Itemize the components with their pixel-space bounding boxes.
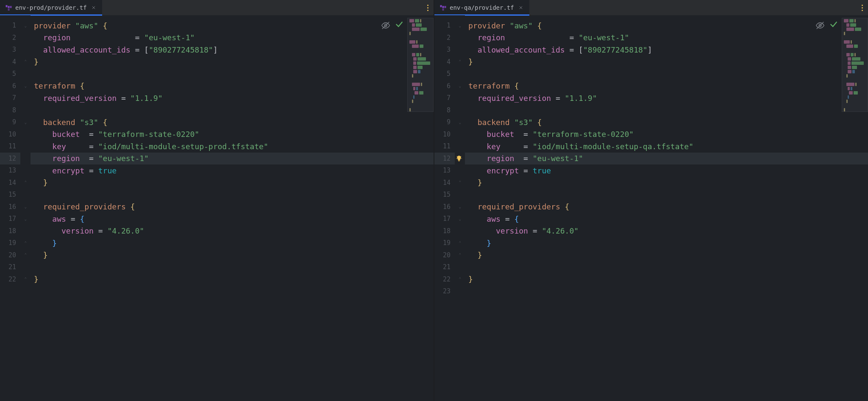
token-kw: terraform [34, 81, 80, 90]
line-number: 21 [434, 261, 455, 273]
code-line[interactable] [465, 189, 868, 201]
code-line[interactable] [31, 104, 434, 117]
code-line[interactable] [465, 261, 868, 273]
code-line[interactable] [465, 68, 868, 80]
code-line[interactable]: allowed_account_ids = ["890277245818"] [31, 44, 434, 56]
reader-mode-icon[interactable] [815, 21, 825, 30]
fold-marker[interactable]: ⌄ [455, 116, 465, 128]
tab-env-prod-provider[interactable]: env-prod/provider.tf [0, 0, 102, 15]
code-line[interactable]: bucket = "terraform-state-0220" [31, 128, 434, 141]
tab-env-qa-provider[interactable]: env-qa/provider.tf [434, 0, 529, 15]
code-line[interactable]: terraform { [465, 80, 868, 92]
line-number: 9 [0, 116, 20, 128]
fold-marker[interactable]: ⌃ [20, 237, 31, 249]
code-area[interactable]: provider "aws" { region = "eu-west-1" al… [31, 15, 434, 401]
code-line[interactable]: } [31, 237, 434, 249]
fold-marker[interactable]: ⌃ [20, 177, 31, 189]
code-editor-right[interactable]: 1234567891011121314151617181920212223 ⌄⌃… [434, 15, 868, 401]
code-line[interactable]: version = "4.26.0" [31, 225, 434, 237]
token-kw: provider [468, 21, 510, 30]
line-number: 2 [0, 32, 20, 44]
fold-marker[interactable]: ⌃ [20, 273, 31, 286]
code-line[interactable]: key = "iod/multi-module-setup-qa.tfstate… [465, 140, 868, 153]
code-line[interactable]: required_version = "1.1.9" [31, 92, 434, 104]
token-br-y: { [537, 118, 542, 127]
reader-mode-icon[interactable] [381, 21, 390, 30]
analysis-ok-icon[interactable] [395, 19, 404, 31]
svg-rect-8 [445, 6, 446, 8]
fold-marker[interactable]: ⌃ [20, 249, 31, 262]
fold-marker [455, 128, 465, 141]
code-line[interactable]: required_version = "1.1.9" [465, 92, 868, 104]
token-attr: key [52, 142, 89, 151]
code-line[interactable]: region = "eu-west-1" [465, 153, 868, 165]
code-line[interactable]: } [31, 273, 434, 286]
minimap[interactable] [842, 18, 868, 112]
fold-marker[interactable]: ⌃ [455, 177, 465, 189]
code-line[interactable]: bucket = "terraform-state-0220" [465, 128, 868, 141]
code-line[interactable]: aws = { [465, 213, 868, 225]
code-line[interactable]: backend "s3" { [465, 116, 868, 128]
code-line[interactable]: encrypt = true [465, 164, 868, 177]
code-editor-left[interactable]: 12345678910111213141516171819202122 ⌄⌃⌄⌄… [0, 15, 434, 401]
code-line[interactable]: allowed_account_ids = ["890277245818"] [465, 44, 868, 56]
code-line[interactable]: } [465, 237, 868, 249]
fold-marker[interactable]: ⌄ [455, 201, 465, 213]
code-line[interactable] [31, 261, 434, 273]
token-attr: bucket [52, 130, 89, 139]
tab-overflow-menu[interactable] [856, 0, 868, 15]
fold-marker[interactable]: ⌄ [20, 116, 31, 128]
minimap[interactable] [407, 18, 434, 112]
close-icon[interactable] [517, 4, 524, 11]
code-area[interactable]: provider "aws" { region = "eu-west-1" al… [465, 15, 868, 401]
code-line[interactable]: provider "aws" { [31, 19, 434, 32]
code-line[interactable]: } [465, 249, 868, 262]
intention-bulb-icon[interactable] [454, 153, 464, 165]
line-number: 12 [0, 153, 20, 165]
fold-marker[interactable]: ⌄ [455, 213, 465, 225]
code-line[interactable]: } [31, 56, 434, 68]
fold-gutter[interactable]: ⌄⌃⌄⌄⌃⌄⌄⌃⌃⌃ [20, 15, 31, 401]
code-line[interactable] [465, 285, 868, 298]
code-line[interactable]: region = "eu-west-1" [31, 32, 434, 44]
fold-marker[interactable]: ⌃ [455, 56, 465, 68]
code-line[interactable]: provider "aws" { [465, 19, 868, 32]
code-line[interactable]: encrypt = true [31, 164, 434, 177]
code-line[interactable]: key = "iod/multi-module-setup-prod.tfsta… [31, 140, 434, 153]
code-line[interactable]: aws = { [31, 213, 434, 225]
fold-marker[interactable]: ⌄ [20, 80, 31, 92]
fold-marker[interactable]: ⌃ [455, 237, 465, 249]
fold-marker[interactable]: ⌄ [455, 19, 465, 32]
fold-marker[interactable]: ⌄ [20, 213, 31, 225]
code-line[interactable]: } [31, 249, 434, 262]
token-attr: bucket [487, 130, 523, 139]
code-line[interactable]: version = "4.26.0" [465, 225, 868, 237]
code-line[interactable]: required_providers { [465, 201, 868, 213]
code-line[interactable] [31, 189, 434, 201]
line-number: 3 [0, 44, 20, 56]
code-line[interactable]: terraform { [31, 80, 434, 92]
token-op [468, 239, 487, 248]
code-line[interactable]: backend "s3" { [31, 116, 434, 128]
fold-marker[interactable]: ⌄ [20, 201, 31, 213]
code-line[interactable]: } [465, 56, 868, 68]
analysis-ok-icon[interactable] [829, 19, 838, 31]
code-line[interactable]: } [465, 177, 868, 189]
tab-overflow-menu[interactable] [422, 0, 434, 15]
code-line[interactable]: region = "eu-west-1" [465, 32, 868, 44]
fold-marker[interactable]: ⌃ [20, 56, 31, 68]
fold-gutter[interactable]: ⌄⌃⌄⌄⌃⌄⌄⌃⌃⌃ [455, 15, 465, 401]
code-line[interactable]: region = "eu-west-1" [31, 153, 434, 165]
close-icon[interactable] [90, 4, 97, 11]
code-line[interactable] [31, 68, 434, 80]
fold-marker[interactable]: ⌄ [20, 19, 31, 32]
fold-marker[interactable]: ⌃ [455, 249, 465, 262]
code-line[interactable] [465, 104, 868, 117]
token-br-b: } [487, 239, 491, 248]
fold-marker[interactable]: ⌃ [455, 273, 465, 286]
fold-marker[interactable]: ⌄ [455, 80, 465, 92]
code-line[interactable]: required_providers { [31, 201, 434, 213]
code-line[interactable]: } [465, 273, 868, 286]
kebab-icon [862, 5, 863, 11]
code-line[interactable]: } [31, 177, 434, 189]
